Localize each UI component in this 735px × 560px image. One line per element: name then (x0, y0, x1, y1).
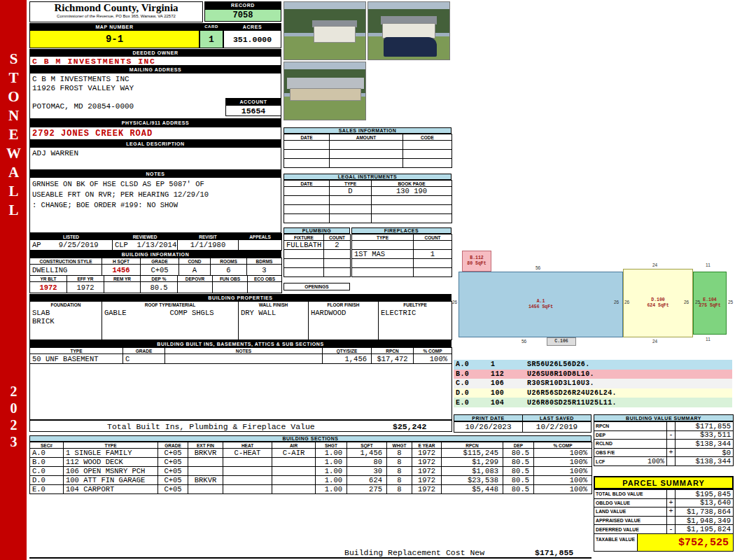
cell: 80.5 (141, 282, 178, 293)
cell: B.0 (454, 370, 489, 379)
dim-d-left: 26 (624, 300, 629, 304)
cell (272, 485, 316, 494)
print-date-label: PRINT DATE (454, 414, 523, 421)
dim-e-right: 25 (728, 300, 733, 304)
photo-building (290, 88, 361, 101)
cell: C-HEAT (223, 449, 272, 458)
cell: 104 (489, 398, 525, 407)
building-sections-table: SEC#TYPEGRADEEXT FINHEATAIRSHGTSQFTWHGTE… (29, 442, 592, 494)
cell (372, 205, 452, 214)
shape-name: D.100 (651, 298, 665, 303)
cell (272, 467, 316, 476)
building-info-row2: YR BLTEFF YRREM YRDEP %DEPOVRFUN OBSECO … (29, 275, 282, 293)
shape-name: B.112 (470, 255, 484, 261)
cell: LCF100% (594, 457, 667, 466)
district-sidebar: STONEWALL 2023 (0, 0, 27, 560)
cell: E.0 (454, 398, 489, 407)
dim-d-top: 24 (652, 262, 657, 267)
cell: BOOK PAGE (372, 181, 452, 187)
cell (104, 282, 141, 293)
cell: ECO OBS (248, 276, 282, 282)
cell: 1.00 (316, 467, 347, 476)
cell (223, 467, 272, 476)
table-row (284, 268, 351, 277)
cell: DATE (284, 134, 330, 141)
dim-a-left: 26 (452, 300, 457, 304)
built-ins-empty-area (29, 363, 452, 420)
account-value: 15654 (225, 105, 281, 116)
cell: 1 SINGLE FAMILY (64, 449, 158, 458)
parcel-summary-label: PARCEL SUMMARY (594, 476, 734, 489)
cell: CLP 1/13/2014 (113, 240, 178, 251)
cell (284, 141, 330, 150)
sketch-legend-row: D.0100U26R56SD26R24U26L24. (454, 388, 732, 398)
cell: 104 CARPORT (64, 485, 158, 494)
cell: 112 WOOD DECK (64, 458, 158, 467)
cell: GRADE (141, 258, 179, 265)
cell: $171,855 (676, 422, 734, 431)
cell (223, 476, 272, 485)
cell: C+05 (158, 485, 188, 494)
photo-house (314, 26, 356, 43)
cell: SEC# (30, 442, 64, 449)
cell (284, 214, 330, 223)
last-saved-label: LAST SAVED (522, 414, 592, 421)
cell: $17,472 (372, 354, 414, 364)
dim-d-right: 26 (684, 300, 689, 304)
sketch-shape-b: B.112 80 SqFt (462, 251, 491, 272)
notes-line: : CHANGE; BOE ORDER #199: NO SHOW (30, 201, 281, 211)
map-number-value: 9-1 (29, 30, 200, 48)
table-row: DWELLING1456C+05A63 (30, 265, 282, 276)
cell (352, 241, 414, 250)
property-photo-1 (284, 1, 366, 60)
table-row: 50 UNF BASEMENTC1,456$17,472100% (30, 354, 452, 364)
cell (330, 159, 403, 168)
cell: FUN OBS (213, 276, 248, 282)
cell: + (667, 499, 676, 508)
cell: 1,456 (347, 449, 387, 458)
cell: D.0 (454, 388, 489, 398)
built-ins-total-value: $25,242 (393, 422, 426, 431)
cell (330, 150, 403, 159)
header-row: SEC#TYPEGRADEEXT FINHEATAIRSHGTSQFTWHGTE… (30, 442, 592, 449)
legal-description-label: LEGAL DESCRIPTION (29, 140, 281, 147)
cell: DEP (503, 442, 534, 449)
cell: DEPOVR (178, 276, 213, 282)
parcel-summary-table: TOTAL BLDG VALUE$195,845OBLDG VALUE+$13,… (594, 489, 734, 534)
cell: $33,511 (676, 431, 734, 440)
record-value: 7058 (204, 9, 281, 22)
sketch-legend-row: E.0104U26R80SD25R11U25L11. (454, 398, 732, 407)
cell (223, 485, 272, 494)
cell: TYPE (30, 348, 123, 354)
cell: CODE (403, 134, 452, 141)
table-row: 1ST MAS1 (352, 250, 452, 259)
property-photo-2 (368, 1, 450, 60)
shape-size: 1456 SqFt (528, 304, 553, 310)
cell: COUNT (324, 234, 351, 241)
physical-address-value: 2792 JONES CREEK ROAD (29, 127, 281, 140)
cell: 1.00 (316, 449, 347, 458)
review-table: LISTEDREVIEWEDREVISITAPPEALSAP 9/25/2019… (29, 233, 282, 251)
notes-block: GRNHSE ON BK OF HSE CLSD AS EP 5087' OF … (29, 177, 281, 233)
sketch-legend: A.01SR56U26L56D26.B.0112U26SU8R10D8L10.C… (454, 360, 732, 407)
cell: RPCN (594, 422, 667, 431)
cell: 1.00 (316, 485, 347, 494)
cell: C.0 (30, 467, 64, 476)
shape-size: 80 SqFt (467, 261, 486, 267)
cell (248, 282, 282, 293)
cell: C-AIR (272, 449, 316, 458)
cell: $23,538 (442, 476, 503, 485)
cell: 8 (387, 458, 412, 467)
cell: BDRMS (247, 258, 282, 265)
card-year: 2023 (6, 384, 22, 451)
cell (272, 476, 316, 485)
building-properties-row: SLAB BRICK GABLE COMP SHGLS DRY WALL HAR… (30, 307, 452, 340)
roof-material: COMP SHGLS (170, 309, 214, 317)
cell: NOTES (165, 348, 323, 354)
cell: OBS F/E (594, 449, 667, 458)
cell: 80.5 (503, 449, 534, 458)
parcel-summary-row: LAND VALUE+$1,738,864 (594, 507, 734, 517)
cell: 100 (489, 388, 525, 398)
cell: QTY/SIZE (323, 348, 372, 354)
cell: RCLND (594, 440, 667, 449)
